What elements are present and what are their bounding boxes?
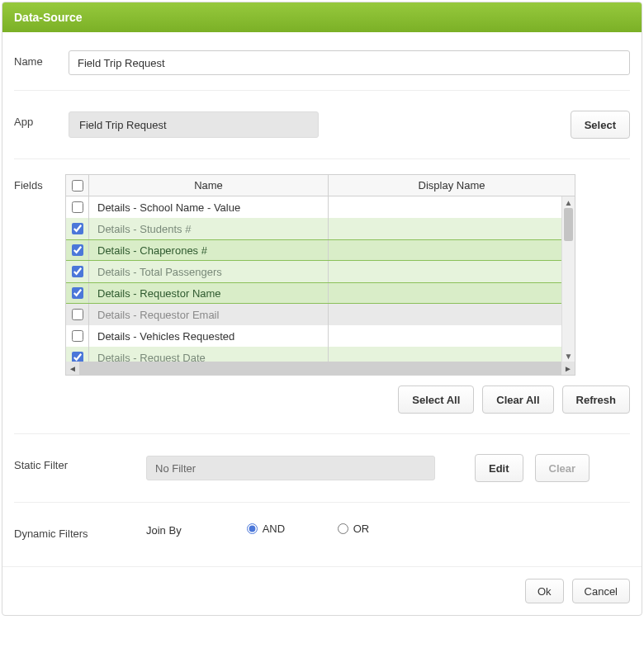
static-filter-label: Static Filter [14, 454, 146, 471]
row-display-name[interactable] [329, 347, 561, 362]
row-checkbox[interactable] [72, 266, 83, 277]
join-and-label: AND [263, 523, 285, 535]
row-checkbox[interactable] [72, 330, 83, 342]
table-row[interactable]: Details - School Name - Value [66, 196, 561, 218]
row-checkbox[interactable] [72, 244, 83, 256]
row-name: Details - Request Date [89, 347, 329, 362]
static-filter-row: Static Filter No Filter Edit Clear [14, 442, 630, 494]
app-row: App Field Trip Request Select [14, 99, 630, 150]
table-row[interactable]: Details - Requestor Email [66, 304, 561, 325]
column-name-header[interactable]: Name [89, 175, 329, 196]
app-label: App [14, 111, 69, 128]
table-row[interactable]: Details - Request Date [66, 347, 561, 362]
row-display-name[interactable] [329, 304, 561, 325]
dynamic-filters-row: Dynamic Filters Join By AND OR [14, 511, 630, 558]
table-row[interactable]: Details - Requestor Name [66, 282, 561, 304]
fields-header: Name Display Name [66, 175, 575, 196]
divider [14, 433, 630, 434]
fields-label: Fields [14, 174, 65, 192]
select-app-button[interactable]: Select [571, 111, 630, 139]
divider [14, 158, 630, 159]
edit-filter-button[interactable]: Edit [475, 454, 523, 482]
panel-title: Data-Source [2, 2, 642, 32]
cancel-button[interactable]: Cancel [572, 579, 630, 603]
static-filter-value: No Filter [146, 456, 435, 480]
row-display-name[interactable] [329, 240, 561, 260]
row-checkbox[interactable] [72, 201, 83, 213]
row-checkbox[interactable] [72, 309, 83, 320]
join-and-radio[interactable] [247, 523, 258, 534]
horizontal-scrollbar[interactable]: ◄ ► [66, 362, 575, 375]
scroll-up-icon[interactable]: ▲ [562, 196, 575, 208]
fields-row: Fields Name Display Name Details - Schoo… [14, 168, 630, 425]
fields-body: Details - School Name - ValueDetails - S… [66, 196, 561, 362]
ok-button[interactable]: Ok [525, 579, 564, 603]
join-by-label: Join By [146, 524, 244, 537]
table-row[interactable]: Details - Chaperones # [66, 239, 561, 261]
row-checkbox[interactable] [72, 223, 83, 234]
table-row[interactable]: Details - Total Passengers [66, 261, 561, 282]
clear-filter-button[interactable]: Clear [535, 454, 590, 482]
row-name: Details - Total Passengers [89, 261, 329, 282]
row-name: Details - Requestor Email [89, 304, 329, 325]
scroll-down-icon[interactable]: ▼ [562, 350, 575, 362]
select-all-button[interactable]: Select All [398, 385, 474, 414]
scroll-right-icon[interactable]: ► [561, 362, 575, 375]
row-display-name[interactable] [329, 196, 561, 218]
row-display-name[interactable] [329, 325, 561, 347]
row-display-name[interactable] [329, 283, 561, 303]
app-value: Field Trip Request [69, 111, 319, 138]
join-or-radio[interactable] [338, 523, 348, 534]
fields-buttons: Select All Clear All Refresh [65, 385, 630, 414]
row-name: Details - Vehicles Requested [89, 325, 329, 347]
row-display-name[interactable] [329, 218, 561, 239]
divider [14, 502, 630, 503]
refresh-button[interactable]: Refresh [562, 385, 630, 414]
name-label: Name [14, 50, 69, 68]
clear-all-button[interactable]: Clear All [482, 385, 553, 414]
row-name: Details - Chaperones # [89, 240, 329, 260]
table-row[interactable]: Details - Vehicles Requested [66, 325, 561, 347]
dialog-footer: Ok Cancel [2, 566, 642, 615]
scroll-thumb[interactable] [564, 208, 573, 241]
data-source-panel: Data-Source Name App Field Trip Request … [2, 2, 642, 616]
divider [14, 90, 630, 91]
row-name: Details - Students # [89, 218, 329, 239]
row-name: Details - Requestor Name [89, 283, 329, 303]
name-input[interactable] [69, 50, 630, 75]
dynamic-filters-label: Dynamic Filters [14, 523, 146, 540]
table-row[interactable]: Details - Students # [66, 218, 561, 239]
row-checkbox[interactable] [72, 352, 83, 362]
row-display-name[interactable] [329, 261, 561, 282]
hscroll-track[interactable] [79, 362, 561, 375]
row-name: Details - School Name - Value [89, 196, 329, 218]
vertical-scrollbar[interactable]: ▲ ▼ [561, 196, 575, 362]
scroll-left-icon[interactable]: ◄ [66, 362, 79, 375]
row-checkbox[interactable] [72, 287, 83, 299]
select-all-checkbox[interactable] [72, 180, 83, 192]
column-display-header[interactable]: Display Name [329, 175, 575, 196]
name-row: Name [14, 44, 630, 82]
fields-table: Name Display Name Details - School Name … [65, 174, 575, 376]
join-or-label: OR [353, 523, 370, 535]
